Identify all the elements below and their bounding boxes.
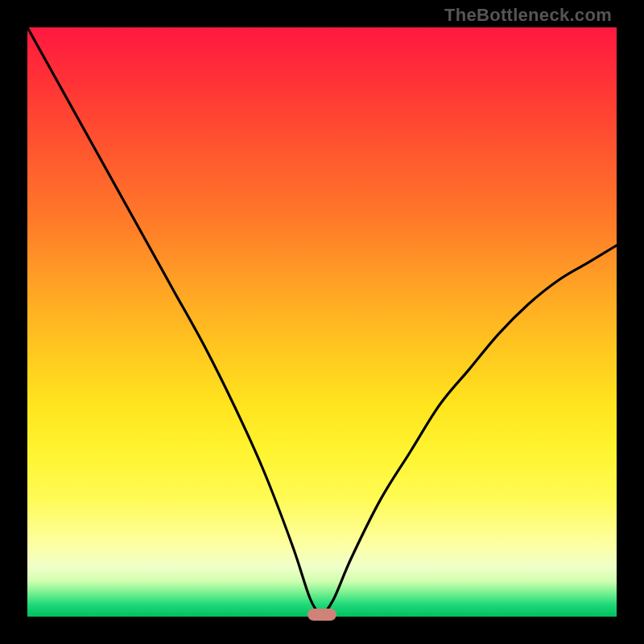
watermark-text: TheBottleneck.com <box>444 5 612 26</box>
bottleneck-curve <box>27 27 617 617</box>
chart-frame: TheBottleneck.com <box>0 0 644 644</box>
optimal-marker <box>308 609 337 621</box>
curve-path <box>27 27 617 617</box>
plot-area <box>27 27 617 617</box>
